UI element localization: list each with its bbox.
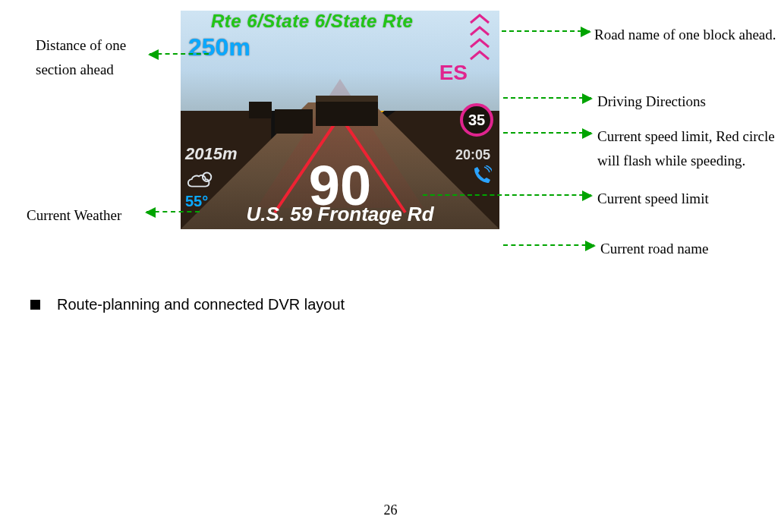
callout-current-speed: Current speed limit [597,187,709,211]
bullet-square-icon [30,300,40,310]
leader-arrow-distance-ahead [150,53,209,55]
remaining-distance: 2015m [185,144,238,164]
callout-driving-directions: Driving Directions [597,90,706,114]
callout-distance-ahead: Distance of one section ahead [36,33,165,83]
speed-limit-value: 35 [468,112,485,129]
section-heading: Route-planning and connected DVR layout [57,296,345,313]
clock: 20:05 [455,147,490,163]
temperature: 55° [185,193,208,210]
leader-arrow-weather [146,211,200,212]
callout-speed-limit: Current speed limit, Red circle will fla… [597,124,781,174]
speed-limit-badge: 35 [460,103,493,137]
direction-chevrons-icon [469,14,492,62]
annotated-hud-figure: Rte 6/State 6/State Rte 250m 2015m 20:05… [27,11,781,269]
car-left2 [249,102,272,118]
callout-road-ahead: Road name of one block ahead. [594,23,776,47]
route-title: Rte 6/State 6/State Rte [211,11,413,32]
car-center [316,96,378,126]
callout-current-weather: Current Weather [27,203,121,228]
current-road-name: U.S. 59 Frontage Rd [246,203,433,226]
car-left1 [275,109,313,134]
section-heading-row: Route-planning and connected DVR layout [30,296,345,313]
leader-arrow-speed-limit [503,132,591,134]
hud-screen: Rte 6/State 6/State Rte 250m 2015m 20:05… [181,11,499,229]
leader-arrow-driving-directions [503,97,591,99]
leader-arrow-current-road [503,244,594,246]
page-number: 26 [0,502,781,518]
weather-cloud-icon [187,170,216,191]
distance-ahead-value: 250m [188,33,250,61]
heading-text: ES [439,61,468,85]
leader-arrow-current-speed [423,194,591,196]
bluetooth-phone-icon [471,165,492,187]
callout-current-road: Current road name [600,237,708,261]
leader-arrow-road-ahead [502,30,590,32]
